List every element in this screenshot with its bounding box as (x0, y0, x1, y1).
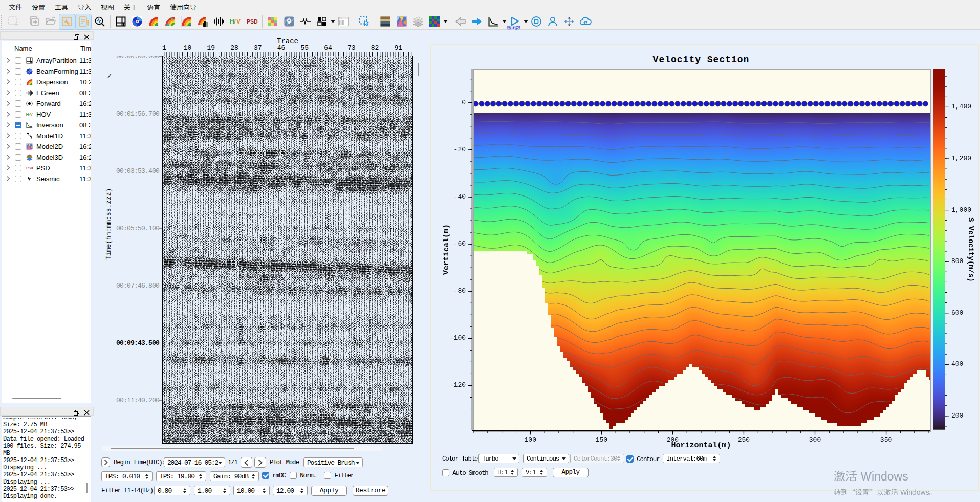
item-label[interactable]: Inversion (36, 121, 63, 129)
rmdc-checkbox[interactable]: rmDC (262, 472, 286, 479)
item-label[interactable]: Dispersion (36, 78, 68, 86)
interval-spinbox[interactable]: Interval:60m (663, 454, 720, 463)
item-checkbox[interactable] (15, 143, 21, 150)
filter-checkbox-box[interactable] (324, 472, 331, 479)
begin-time-combo[interactable]: 2024-07-16 05:2 (164, 457, 225, 467)
ips-spinbox[interactable]: IPS: 0.010 (101, 471, 153, 481)
model2d-art-button[interactable] (394, 14, 409, 29)
explorer-hscrollbar[interactable] (12, 398, 61, 399)
explorer-titlebar[interactable] (0, 31, 94, 40)
item-checkbox[interactable] (15, 122, 21, 128)
gradient-combo[interactable]: Continuous (523, 454, 569, 463)
user-button[interactable] (545, 14, 560, 29)
f3-spinbox[interactable]: 10.00 (233, 486, 270, 495)
gain-spinbox[interactable]: Gain: 90dB (210, 471, 259, 481)
rmdc-checkbox-box[interactable] (262, 472, 269, 479)
expand-chevron-icon[interactable] (6, 90, 10, 94)
dropdown-arrow-icon[interactable] (443, 14, 448, 29)
auto-smooth-checkbox-box[interactable] (442, 469, 449, 476)
menu-item-7[interactable]: 使用向导 (167, 0, 199, 14)
expand-chevron-icon[interactable] (6, 165, 10, 169)
item-label[interactable]: Model2D (36, 143, 63, 150)
contour-checkbox-box[interactable] (626, 455, 634, 463)
tree-item-seismic[interactable]: Seismic11:3 (2, 173, 91, 184)
menu-item-1[interactable]: 设置 (29, 0, 48, 14)
item-label[interactable]: EGreen (36, 89, 59, 97)
item-label[interactable]: Forward (36, 100, 61, 107)
menu-item-3[interactable]: 导入 (75, 0, 94, 14)
plot-mode-combo[interactable]: Positive Brush (303, 457, 363, 467)
menu-item-4[interactable]: 视图 (98, 0, 117, 14)
tree-item-dispersion[interactable]: Dispersion10:2 (2, 77, 91, 88)
seismic-hscrollbar[interactable] (111, 448, 354, 449)
item-label[interactable]: Seismic (36, 175, 60, 183)
model1d-photo-button[interactable] (378, 14, 393, 29)
item-checkbox[interactable] (15, 90, 21, 96)
item-label[interactable]: Model3D (36, 154, 63, 161)
filter-checkbox[interactable]: Filter (324, 472, 354, 479)
back-arrow-button[interactable] (453, 14, 468, 29)
tree-item-model1d[interactable]: Model1D11:3 (2, 130, 91, 141)
expand-chevron-icon[interactable] (6, 133, 10, 137)
log-scrollbar[interactable] (86, 483, 88, 493)
float-panel-icon[interactable] (74, 33, 79, 38)
open-folder-button[interactable] (43, 14, 58, 29)
f2-spinbox[interactable]: 1.00 (194, 486, 230, 495)
norm-checkbox[interactable]: Norm. (290, 472, 316, 479)
duplicate-button[interactable] (27, 14, 42, 29)
column-header-name[interactable]: Name (14, 45, 32, 52)
expand-controls-button[interactable] (101, 457, 110, 467)
prev-page-button[interactable] (241, 457, 252, 468)
hv-button[interactable]: H/V (228, 14, 243, 29)
tool-settings-button[interactable] (59, 14, 75, 29)
expand-chevron-icon[interactable] (6, 79, 10, 83)
expand-chevron-icon[interactable] (6, 58, 10, 62)
stop-button[interactable] (529, 14, 544, 29)
item-checkbox[interactable] (15, 68, 21, 75)
tree-item-model3d[interactable]: Model3D16:2 (2, 152, 91, 163)
dither-grid-button[interactable] (314, 14, 330, 29)
dispersion-button[interactable] (146, 14, 161, 29)
log-output[interactable]: Sample Interval: 10ms, Size: 2.75 MB 202… (3, 414, 85, 501)
tps-spinbox[interactable]: TPS: 19.00 (156, 471, 206, 481)
restore-button[interactable]: Restrore (353, 486, 388, 496)
beamforming-button[interactable] (129, 14, 145, 29)
item-label[interactable]: ArrayPartition (36, 57, 77, 64)
expand-chevron-icon[interactable] (6, 144, 10, 148)
item-checkbox[interactable] (15, 100, 21, 107)
select-rect-button[interactable] (357, 14, 372, 29)
zoom-wave-button[interactable] (92, 14, 107, 29)
color-count-spinbox[interactable]: ColorCount:30 (570, 454, 624, 463)
apply-velocity-button[interactable]: Apply (553, 468, 589, 477)
color-table-combo[interactable]: Turbo (478, 454, 519, 463)
cloud-sync-button[interactable] (578, 14, 593, 29)
menu-item-2[interactable]: 工具 (52, 0, 71, 14)
tree-item-hov[interactable]: H/VHOV11:3 (2, 109, 91, 120)
item-label[interactable]: HOV (36, 111, 51, 118)
model3d-stack-button[interactable] (410, 14, 426, 29)
new-button[interactable] (6, 14, 21, 29)
expand-chevron-icon[interactable] (6, 69, 10, 73)
expand-chevron-icon[interactable] (6, 122, 10, 126)
f4-spinbox[interactable]: 12.00 (273, 486, 308, 495)
tree-item-inversion[interactable]: Inversion08:3 (2, 120, 91, 130)
column-header-time[interactable]: Tim (80, 45, 91, 52)
tree-item-beamforming[interactable]: BeamForming11:3 (2, 66, 91, 77)
float-panel-icon[interactable] (74, 408, 79, 414)
expand-chevron-icon[interactable] (6, 101, 10, 105)
item-checkbox[interactable] (15, 176, 21, 182)
velocity-section-plot[interactable] (473, 69, 931, 432)
tree-item-egreen[interactable]: EGreen08:3 (2, 88, 91, 98)
seismic-vscrollbar[interactable] (418, 63, 419, 76)
egreen-button[interactable] (211, 14, 227, 29)
item-label[interactable]: Model1D (36, 132, 63, 140)
item-checkbox[interactable] (15, 154, 21, 161)
item-checkbox[interactable] (15, 165, 21, 171)
dispersion-pick-button[interactable] (162, 14, 178, 29)
item-checkbox[interactable] (15, 57, 21, 64)
dropdown-arrow-icon[interactable] (502, 14, 507, 29)
h-scale-spinbox[interactable]: H:1 (494, 468, 518, 477)
menu-item-5[interactable]: 关于 (121, 0, 140, 14)
apply-filter-button[interactable]: Apply (311, 486, 347, 496)
run-kernel-button[interactable]: 核函数 (507, 14, 522, 29)
